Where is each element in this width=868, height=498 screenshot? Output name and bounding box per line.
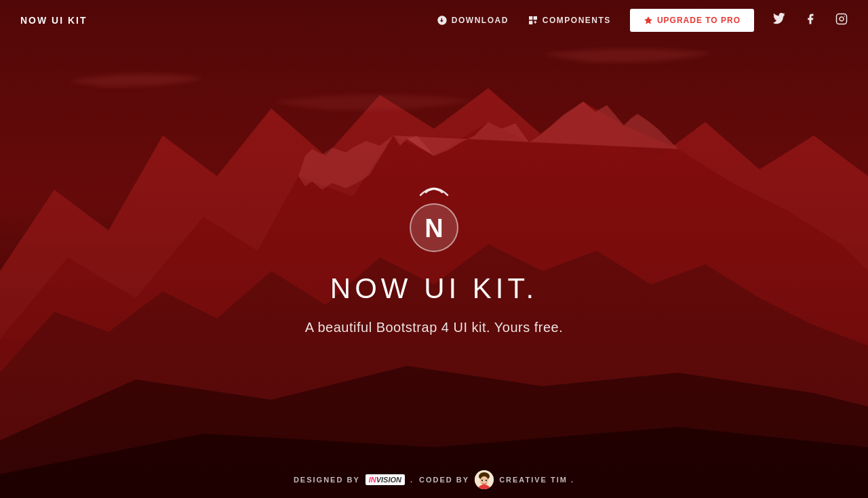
n-logo-circle: N [410,203,458,252]
download-icon [437,15,448,26]
hero-section: N NOW UI KIT. A beautiful Bootstrap 4 UI… [0,0,868,498]
vision-part: vision [376,476,401,484]
navbar: NOW UI KIT DOWNLOAD COMPONENTS Upgrade t… [0,0,868,41]
hero-title: NOW UI KIT. [330,272,538,305]
facebook-link[interactable] [804,13,816,28]
twitter-icon [773,13,785,25]
creative-tim-avatar [475,470,494,489]
upgrade-button[interactable]: Upgrade to PRO [630,9,754,32]
components-icon [528,15,538,26]
footer-text: DESIGNED BY invision . CODED BY [294,470,574,489]
hero-subtitle: A beautiful Bootstrap 4 UI kit. Yours fr… [305,320,564,335]
wifi-icon [414,176,454,199]
download-label: DOWNLOAD [452,16,509,25]
coded-by-label: CODED BY [419,476,469,484]
instagram-link[interactable] [835,13,848,28]
hero-logo: N [410,176,458,252]
brand-logo[interactable]: NOW UI KIT [20,15,87,26]
svg-rect-2 [837,14,847,24]
download-link[interactable]: DOWNLOAD [437,15,509,26]
invision-badge: invision [366,474,405,485]
n-letter: N [425,215,443,241]
creative-tim-label: Creative Tim . [499,476,574,484]
upgrade-label: Upgrade to PRO [657,16,741,25]
footer: DESIGNED BY invision . CODED BY [0,461,868,498]
components-label: COMPONENTS [542,16,611,25]
upgrade-icon [644,16,653,25]
instagram-icon [835,13,848,25]
components-link[interactable]: COMPONENTS [528,15,611,26]
designed-by-label: DESIGNED BY [294,476,360,484]
in-part: in [369,476,376,484]
twitter-link[interactable] [773,13,785,28]
navbar-links: DOWNLOAD COMPONENTS Upgrade to PRO [437,9,848,32]
svg-point-7 [481,479,483,480]
svg-point-8 [486,479,487,480]
separator-dot: . [410,476,414,484]
avatar-image [475,470,494,489]
facebook-icon [804,13,816,25]
